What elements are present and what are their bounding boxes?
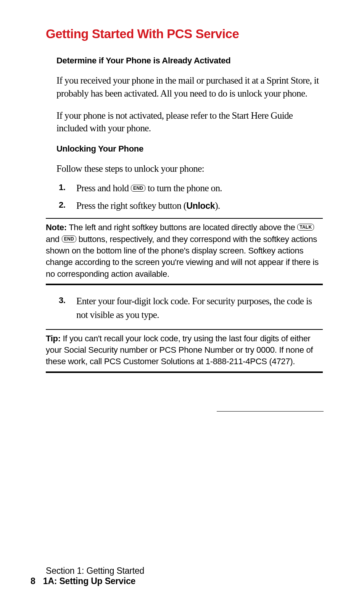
content-area: Determine if Your Phone is Already Activ… bbox=[46, 56, 323, 412]
tip-text: If you can't recall your lock code, try … bbox=[46, 334, 313, 366]
step-2: 2. Press the right softkey button (Unloc… bbox=[56, 199, 323, 213]
step-1-text-a: Press and hold bbox=[76, 183, 131, 193]
unlock-bold: Unlock bbox=[186, 201, 215, 211]
note-text-a: The left and right softkey buttons are l… bbox=[67, 223, 297, 232]
note-label: Note: bbox=[46, 223, 67, 232]
step-1: 1. Press and hold END to turn the phone … bbox=[56, 181, 323, 195]
note-callout: Note: The left and right softkey buttons… bbox=[46, 218, 323, 285]
page-footer: Section 1: Getting Started 8 1A: Setting… bbox=[31, 566, 144, 586]
footer-line-2: 8 1A: Setting Up Service bbox=[31, 576, 144, 586]
step-2-number: 2. bbox=[59, 199, 76, 213]
para-follow-steps: Follow these steps to unlock your phone: bbox=[56, 162, 323, 175]
para-mail: If you received your phone in the mail o… bbox=[56, 74, 323, 100]
tip-callout: Tip: If you can't recall your lock code,… bbox=[46, 329, 323, 373]
footer-page-number: 8 bbox=[31, 576, 35, 586]
tip-label: Tip: bbox=[46, 334, 61, 343]
talk-key-icon: TALK bbox=[297, 224, 314, 231]
horizontal-divider bbox=[217, 411, 324, 412]
note-text-b: and bbox=[46, 234, 62, 244]
step-1-number: 1. bbox=[59, 181, 76, 195]
subheading-activated: Determine if Your Phone is Already Activ… bbox=[56, 56, 323, 66]
footer-section-label: Section 1: Getting Started bbox=[31, 566, 144, 576]
step-1-text-b: to turn the phone on. bbox=[145, 183, 222, 193]
step-1-text: Press and hold END to turn the phone on. bbox=[76, 181, 323, 195]
step-2-text-b: ). bbox=[215, 200, 220, 211]
step-3: 3. Enter your four-digit lock code. For … bbox=[56, 294, 323, 322]
end-key-icon-2: END bbox=[62, 236, 76, 242]
step-3-number: 3. bbox=[59, 294, 76, 322]
step-2-text-a: Press the right softkey button ( bbox=[76, 200, 186, 211]
subheading-unlocking: Unlocking Your Phone bbox=[56, 144, 323, 154]
page-title: Getting Started With PCS Service bbox=[46, 27, 323, 41]
note-text-c: buttons, respectively, and they correspo… bbox=[46, 234, 319, 279]
step-3-text: Enter your four-digit lock code. For sec… bbox=[76, 294, 323, 322]
end-key-icon: END bbox=[131, 185, 145, 192]
step-2-text: Press the right softkey button (Unlock). bbox=[76, 199, 323, 213]
para-not-activated: If your phone is not activated, please r… bbox=[56, 109, 323, 135]
footer-subsection: 1A: Setting Up Service bbox=[43, 576, 135, 586]
